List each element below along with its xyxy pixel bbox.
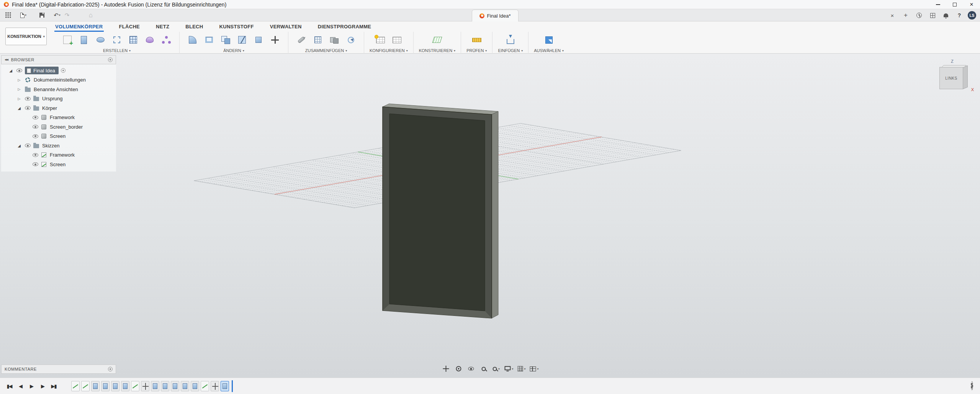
tab-blech[interactable]: BLECH	[185, 21, 204, 32]
view-cube[interactable]: Z LINKS X	[932, 59, 975, 97]
revolve-button[interactable]	[93, 32, 108, 47]
timeline-feature-extrude[interactable]	[221, 381, 229, 391]
group-label-auswaehlen[interactable]: AUSWÄHLEN▾	[534, 48, 564, 53]
timeline-feature-extrude[interactable]	[171, 381, 179, 391]
offset-face-button[interactable]	[251, 32, 266, 47]
visibility-eye-icon[interactable]	[33, 153, 38, 157]
form-button[interactable]	[159, 32, 174, 47]
tree-row-bodies-folder[interactable]: ◢ Körper	[1, 103, 116, 113]
visibility-eye-icon[interactable]	[25, 97, 31, 101]
app-grid-button[interactable]	[3, 10, 13, 20]
extrude-button[interactable]	[76, 32, 92, 47]
expand-icon[interactable]: ▷	[18, 78, 21, 82]
group-label-zusammenfuegen[interactable]: ZUSAMMENFÜGEN▾	[305, 48, 347, 53]
configuration-table-button[interactable]	[389, 32, 404, 47]
construction-plane-button[interactable]	[429, 32, 445, 47]
tree-row-root[interactable]: ◢ Final Idea	[1, 66, 116, 75]
go-to-end-button[interactable]: ▶▮	[49, 381, 58, 391]
redo-button[interactable]: ↷	[62, 10, 72, 20]
tree-row-body-screen-border[interactable]: Screen_border	[1, 122, 116, 132]
expand-icon[interactable]: ▷	[18, 97, 21, 101]
extensions-button[interactable]	[928, 10, 937, 20]
panel-options-icon[interactable]	[108, 367, 113, 371]
measure-button[interactable]	[469, 32, 484, 47]
combine-button[interactable]	[218, 32, 233, 47]
zoom-window-button[interactable]	[479, 364, 489, 374]
configure-button[interactable]	[373, 32, 388, 47]
tree-row-document-settings[interactable]: ▷ Dokumenteinstellungen	[1, 75, 116, 85]
viewcube-side-face[interactable]	[963, 65, 968, 89]
timeline-feature-sketch[interactable]	[81, 381, 90, 391]
split-body-button[interactable]	[234, 32, 250, 47]
comments-header[interactable]: KOMMENTARE	[1, 365, 116, 374]
grid-settings-button[interactable]: ▾	[517, 364, 527, 374]
workspace-selector-button[interactable]: KONSTRUKTION ▾	[5, 28, 47, 45]
zoom-button[interactable]: ▾	[491, 364, 501, 374]
tree-row-sketch-screen[interactable]: Screen	[1, 160, 116, 169]
notifications-button[interactable]	[941, 10, 951, 20]
visibility-eye-icon[interactable]	[33, 116, 38, 119]
group-label-einfuegen[interactable]: EINFÜGEN▾	[498, 48, 523, 53]
expand-icon[interactable]: ◢	[18, 106, 21, 110]
timeline-feature-extrude[interactable]	[121, 381, 129, 391]
move-button[interactable]	[267, 32, 283, 47]
tree-row-origin[interactable]: ▷ Ursprung	[1, 94, 116, 104]
timeline-position-marker[interactable]	[232, 380, 233, 392]
timeline-feature-extrude[interactable]	[91, 381, 100, 391]
timeline-feature-extrude[interactable]	[101, 381, 110, 391]
group-label-pruefen[interactable]: PRÜFEN▾	[466, 48, 487, 53]
timeline-feature-extrude[interactable]	[181, 381, 189, 391]
visibility-eye-icon[interactable]	[33, 134, 38, 138]
viewports-button[interactable]: ▾	[529, 364, 539, 374]
tab-netz[interactable]: NETZ	[155, 21, 170, 32]
timeline-track[interactable]	[71, 380, 233, 392]
document-tab[interactable]: Final Idea*	[472, 10, 519, 21]
collapse-panel-icon[interactable]: ◀◀	[5, 58, 8, 61]
group-label-aendern[interactable]: ÄNDERN▾	[223, 48, 244, 53]
help-button[interactable]: ?	[954, 10, 964, 20]
tree-row-sketches-folder[interactable]: ◢ Skizzen	[1, 141, 116, 150]
minimize-button[interactable]	[929, 0, 946, 9]
shell-button[interactable]	[201, 32, 217, 47]
group-label-konstruieren[interactable]: KONSTRUIEREN▾	[419, 48, 455, 53]
tree-row-named-views[interactable]: ▷ Benannte Ansichten	[1, 85, 116, 94]
step-forward-button[interactable]: ▶	[38, 381, 47, 391]
tab-flaeche[interactable]: FLÄCHE	[118, 21, 141, 32]
timeline-feature-extrude[interactable]	[161, 381, 169, 391]
visibility-eye-icon[interactable]	[33, 162, 38, 166]
timeline-feature-extrude[interactable]	[111, 381, 119, 391]
rigid-group-button[interactable]	[327, 32, 342, 47]
ground-toggle-icon[interactable]	[61, 68, 65, 73]
tree-row-sketch-framework[interactable]: Framework	[1, 150, 116, 160]
file-menu-button[interactable]: ▾	[18, 10, 28, 20]
expand-icon[interactable]: ◢	[18, 144, 21, 148]
visibility-eye-icon[interactable]	[25, 144, 31, 147]
model-panel-body[interactable]	[0, 54, 980, 378]
joint-button[interactable]	[294, 32, 309, 47]
as-built-joint-button[interactable]	[310, 32, 326, 47]
group-label-konfigurieren[interactable]: KONFIGURIEREN▾	[370, 48, 408, 53]
expand-icon[interactable]: ▷	[18, 87, 21, 91]
timeline-feature-move[interactable]	[141, 381, 149, 391]
timeline-feature-sketch[interactable]	[131, 381, 139, 391]
avatar[interactable]: LS	[968, 11, 976, 20]
panel-options-icon[interactable]	[108, 57, 113, 62]
sweep-button[interactable]	[109, 32, 124, 47]
timeline-settings-button[interactable]	[971, 383, 973, 389]
close-button[interactable]: ×	[963, 0, 980, 9]
timeline-feature-extrude[interactable]	[191, 381, 199, 391]
primitive-button[interactable]	[142, 32, 157, 47]
tab-kunststoff[interactable]: KUNSTSTOFF	[219, 21, 255, 32]
fillet-button[interactable]	[185, 32, 200, 47]
select-button[interactable]	[541, 32, 556, 47]
browser-header[interactable]: ◀◀ BROWSER	[1, 55, 116, 64]
tab-dienstprogramme[interactable]: DIENSTPROGRAMME	[317, 21, 372, 32]
timeline-feature-move[interactable]	[211, 381, 219, 391]
insert-button[interactable]	[503, 32, 518, 47]
drive-joints-button[interactable]	[343, 32, 358, 47]
group-label-erstellen[interactable]: ERSTELLEN▾	[103, 48, 131, 53]
save-button[interactable]	[37, 10, 47, 20]
new-document-button[interactable]: +	[901, 10, 911, 20]
viewport-3d-canvas[interactable]: Z LINKS X ◀◀ BROWSER ◢ Final Idea ▷	[0, 54, 980, 378]
visibility-eye-icon[interactable]	[16, 69, 22, 72]
